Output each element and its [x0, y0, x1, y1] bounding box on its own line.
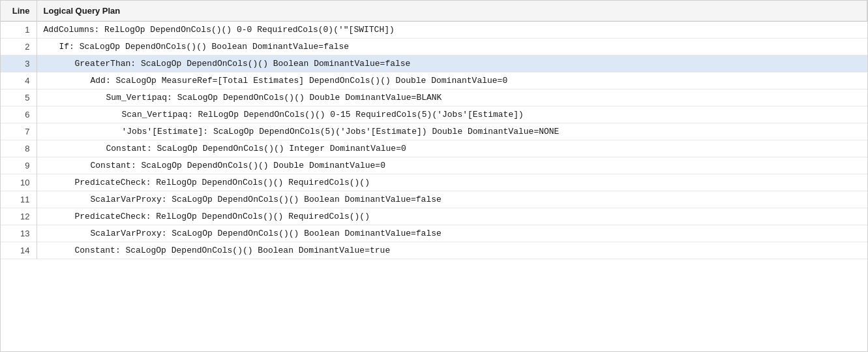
table-row: 12PredicateCheck: RelLogOp DependOnCols(…: [1, 208, 867, 225]
query-line-content: Sum_Vertipaq: ScaLogOp DependOnCols()() …: [106, 93, 442, 103]
query-line-content: ScalarVarProxy: ScaLogOp DependOnCols()(…: [91, 195, 441, 204]
line-number: 13: [1, 225, 37, 242]
query-line-text: ScalarVarProxy: ScaLogOp DependOnCols()(…: [37, 191, 867, 208]
query-plan-table: Line Logical Query Plan 1AddColumns: Rel…: [1, 1, 867, 259]
line-number: 14: [1, 242, 37, 259]
table-row: 5Sum_Vertipaq: ScaLogOp DependOnCols()()…: [1, 89, 867, 106]
query-line-content: ScalarVarProxy: ScaLogOp DependOnCols()(…: [91, 229, 441, 238]
query-line-text: AddColumns: RelLogOp DependOnCols()() 0-…: [37, 22, 867, 39]
query-line-content: PredicateCheck: RelLogOp DependOnCols()(…: [75, 212, 370, 221]
table-body: 1AddColumns: RelLogOp DependOnCols()() 0…: [1, 22, 867, 259]
query-line-content: 'Jobs'[Estimate]: ScaLogOp DependOnCols(…: [122, 127, 560, 136]
line-number: 4: [1, 72, 37, 89]
query-line-text: PredicateCheck: RelLogOp DependOnCols()(…: [37, 208, 867, 225]
table-row: 4Add: ScaLogOp MeasureRef=[Total Estimat…: [1, 72, 867, 89]
query-line-content: Constant: ScaLogOp DependOnCols()() Bool…: [75, 246, 391, 255]
table-row: 1AddColumns: RelLogOp DependOnCols()() 0…: [1, 22, 867, 39]
query-line-text: If: ScaLogOp DependOnCols()() Boolean Do…: [37, 39, 867, 56]
table-row: 14Constant: ScaLogOp DependOnCols()() Bo…: [1, 242, 867, 259]
query-line-text: Scan_Vertipaq: RelLogOp DependOnCols()()…: [37, 106, 867, 123]
query-line-text: Constant: ScaLogOp DependOnCols()() Bool…: [37, 242, 867, 259]
table-row: 6Scan_Vertipaq: RelLogOp DependOnCols()(…: [1, 106, 867, 123]
query-line-content: Constant: ScaLogOp DependOnCols()() Inte…: [106, 144, 406, 153]
query-line-text: Sum_Vertipaq: ScaLogOp DependOnCols()() …: [37, 89, 867, 106]
table-row: 2If: ScaLogOp DependOnCols()() Boolean D…: [1, 39, 867, 56]
line-number: 7: [1, 123, 37, 140]
query-column-header: Logical Query Plan: [37, 1, 867, 22]
table-row: 11ScalarVarProxy: ScaLogOp DependOnCols(…: [1, 191, 867, 208]
line-number: 5: [1, 89, 37, 106]
line-number: 11: [1, 191, 37, 208]
table-row: 10PredicateCheck: RelLogOp DependOnCols(…: [1, 174, 867, 191]
query-line-content: Scan_Vertipaq: RelLogOp DependOnCols()()…: [122, 110, 524, 120]
query-line-text: PredicateCheck: RelLogOp DependOnCols()(…: [37, 174, 867, 191]
table-row: 9Constant: ScaLogOp DependOnCols()() Dou…: [1, 157, 867, 174]
query-line-text: Constant: ScaLogOp DependOnCols()() Inte…: [37, 140, 867, 157]
line-number: 6: [1, 106, 37, 123]
query-line-content: If: ScaLogOp DependOnCols()() Boolean Do…: [59, 42, 350, 52]
table-row: 8Constant: ScaLogOp DependOnCols()() Int…: [1, 140, 867, 157]
line-number: 9: [1, 157, 37, 174]
query-line-text: Constant: ScaLogOp DependOnCols()() Doub…: [37, 157, 867, 174]
table-row: 7'Jobs'[Estimate]: ScaLogOp DependOnCols…: [1, 123, 867, 140]
query-line-content: Add: ScaLogOp MeasureRef=[Total Estimate…: [91, 76, 508, 86]
table-row: 3GreaterThan: ScaLogOp DependOnCols()() …: [1, 56, 867, 72]
line-number: 1: [1, 22, 37, 39]
line-column-header: Line: [1, 1, 37, 22]
query-line-text: GreaterThan: ScaLogOp DependOnCols()() B…: [37, 56, 867, 72]
query-plan-container[interactable]: Line Logical Query Plan 1AddColumns: Rel…: [0, 0, 868, 352]
line-number: 3: [1, 56, 37, 72]
query-line-text: 'Jobs'[Estimate]: ScaLogOp DependOnCols(…: [37, 123, 867, 140]
table-header-row: Line Logical Query Plan: [1, 1, 867, 22]
line-number: 8: [1, 140, 37, 157]
line-number: 10: [1, 174, 37, 191]
query-line-text: ScalarVarProxy: ScaLogOp DependOnCols()(…: [37, 225, 867, 242]
query-line-text: Add: ScaLogOp MeasureRef=[Total Estimate…: [37, 72, 867, 89]
query-line-content: AddColumns: RelLogOp DependOnCols()() 0-…: [44, 25, 395, 35]
query-line-content: Constant: ScaLogOp DependOnCols()() Doub…: [91, 161, 385, 170]
query-line-content: PredicateCheck: RelLogOp DependOnCols()(…: [75, 178, 370, 187]
query-line-content: GreaterThan: ScaLogOp DependOnCols()() B…: [75, 59, 411, 69]
table-row: 13ScalarVarProxy: ScaLogOp DependOnCols(…: [1, 225, 867, 242]
line-number: 2: [1, 39, 37, 56]
line-number: 12: [1, 208, 37, 225]
